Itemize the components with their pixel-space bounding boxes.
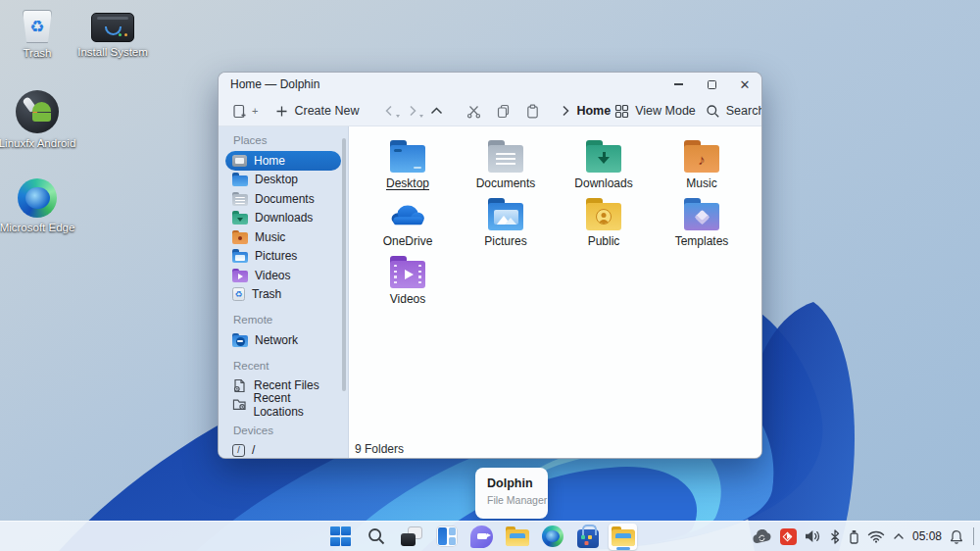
tray-expand-button[interactable]: [893, 532, 905, 540]
sidebar-item-home[interactable]: Home: [225, 151, 341, 171]
sidebar-item-label: Home: [254, 154, 285, 168]
breadcrumb-location[interactable]: Home: [576, 104, 611, 118]
folder-desktop-icon: [232, 173, 248, 186]
volume-icon: [805, 529, 821, 543]
cut-button[interactable]: [463, 99, 484, 123]
tray-expand-chevron-icon: [893, 532, 905, 540]
system-tray: 05:08: [752, 522, 974, 551]
task-view-button[interactable]: [397, 524, 425, 550]
sidebar-item-pictures[interactable]: Pictures: [225, 247, 341, 267]
widgets-button[interactable]: [432, 524, 461, 550]
desktop-icon-trash[interactable]: ♻ Trash: [3, 10, 72, 59]
desktop-icon-label: Microsoft Edge: [0, 222, 74, 233]
up-button[interactable]: [425, 99, 447, 123]
folder-templates-icon: [683, 197, 720, 231]
anydesk-tray-button[interactable]: [780, 528, 797, 545]
close-button[interactable]: ✕: [728, 73, 761, 96]
start-button[interactable]: [326, 524, 355, 550]
recent-files-icon: [232, 378, 247, 393]
trash-icon: ♻: [23, 10, 52, 43]
forward-chevron-icon: [406, 104, 419, 118]
folder-item-label: Videos: [390, 292, 425, 306]
folder-item-videos[interactable]: Videos: [361, 250, 455, 308]
plus-icon: [275, 105, 288, 118]
maximize-button[interactable]: [695, 73, 728, 96]
titlebar[interactable]: Home — Dolphin ✕: [219, 73, 761, 96]
search-button[interactable]: Search: [706, 104, 762, 119]
cut-scissors-icon: [466, 104, 481, 119]
store-button[interactable]: [573, 524, 602, 550]
folder-music-icon: [232, 230, 248, 244]
folder-videos-icon: [389, 255, 426, 289]
network-folder-icon: [232, 333, 248, 347]
sidebar-item-documents[interactable]: Documents: [225, 189, 341, 209]
desktop-icon-linuxfx-android[interactable]: Linuxfx Android: [3, 90, 72, 149]
back-button[interactable]: [378, 99, 400, 123]
folder-item-onedrive[interactable]: OneDrive: [361, 192, 455, 250]
view-mode-label: View Mode: [635, 104, 696, 118]
folder-item-pictures[interactable]: Pictures: [459, 192, 553, 250]
folder-videos-icon: [232, 269, 248, 282]
root-drive-icon: /: [232, 444, 245, 457]
sidebar-item-recent-locations[interactable]: Recent Locations: [225, 395, 341, 415]
onedrive-cloud-icon: [389, 197, 426, 231]
edge-button[interactable]: [538, 524, 566, 550]
view-mode-button[interactable]: View Mode: [614, 104, 696, 119]
chat-button[interactable]: [467, 524, 496, 550]
copy-button[interactable]: [492, 99, 514, 123]
show-desktop-handle[interactable]: [973, 527, 974, 545]
sidebar-item-root[interactable]: / /: [225, 441, 341, 460]
folder-item-public[interactable]: Public: [557, 192, 651, 250]
wifi-icon: [867, 530, 885, 543]
folder-music-icon: ♪: [683, 139, 720, 174]
new-tab-button[interactable]: [228, 99, 250, 123]
minimize-button[interactable]: [662, 73, 695, 96]
folder-public-icon: [585, 197, 622, 231]
sidebar-item-videos[interactable]: Videos: [225, 266, 341, 285]
sidebar-scrollbar[interactable]: [342, 138, 346, 391]
clock[interactable]: 05:08: [912, 529, 942, 543]
create-new-button[interactable]: Create New: [275, 104, 359, 118]
maximize-icon: [708, 80, 716, 89]
sidebar-item-desktop[interactable]: Desktop: [225, 171, 341, 190]
desktop-icon-install-system[interactable]: Install System: [78, 10, 147, 58]
sidebar-item-downloads[interactable]: Downloads: [225, 209, 341, 228]
wifi-tray-button[interactable]: [867, 530, 885, 543]
desktop-icon-label: Trash: [24, 47, 52, 59]
file-explorer-icon: [506, 526, 529, 546]
bluetooth-tray-button[interactable]: [829, 529, 841, 544]
forward-button[interactable]: [402, 99, 423, 123]
dolphin-taskbar-button[interactable]: [609, 524, 637, 550]
folder-item-documents[interactable]: Documents: [459, 134, 553, 192]
paste-button[interactable]: [521, 99, 543, 123]
usb-device-tray-button[interactable]: [849, 529, 859, 544]
recycle-glyph: ♻: [29, 19, 44, 35]
breadcrumb-chevron-icon: [561, 105, 570, 117]
start-icon: [330, 526, 351, 547]
cloud-sync-tray-button[interactable]: [752, 529, 772, 544]
back-dropdown-caret[interactable]: [396, 115, 400, 118]
notifications-button[interactable]: [950, 529, 963, 544]
taskbar-search-button[interactable]: [362, 524, 390, 550]
sidebar-item-trash[interactable]: ♻ Trash: [225, 285, 341, 305]
folder-item-desktop[interactable]: Desktop: [361, 134, 455, 192]
sidebar-item-network[interactable]: Network: [225, 330, 341, 350]
recent-locations-icon: [232, 397, 246, 412]
volume-tray-button[interactable]: [805, 529, 821, 543]
sidebar-item-label: Pictures: [255, 249, 297, 263]
folder-item-label: OneDrive: [383, 234, 433, 248]
folder-item-templates[interactable]: Templates: [655, 192, 749, 250]
sidebar-section-remote: Remote: [233, 314, 348, 326]
folder-item-music[interactable]: ♪ Music: [655, 134, 749, 192]
folder-item-label: Documents: [476, 176, 536, 190]
folder-item-downloads[interactable]: Downloads: [557, 134, 651, 192]
sidebar-item-label: Network: [255, 333, 298, 347]
breadcrumb[interactable]: Home: [561, 104, 611, 118]
copy-icon: [496, 104, 511, 119]
sidebar-item-music[interactable]: Music: [225, 227, 341, 247]
folder-item-label: Music: [686, 176, 716, 190]
file-explorer-button[interactable]: [503, 524, 531, 550]
desktop-icon-microsoft-edge[interactable]: Microsoft Edge: [3, 178, 72, 233]
forward-dropdown-caret[interactable]: [419, 115, 423, 118]
paste-icon: [525, 104, 540, 119]
